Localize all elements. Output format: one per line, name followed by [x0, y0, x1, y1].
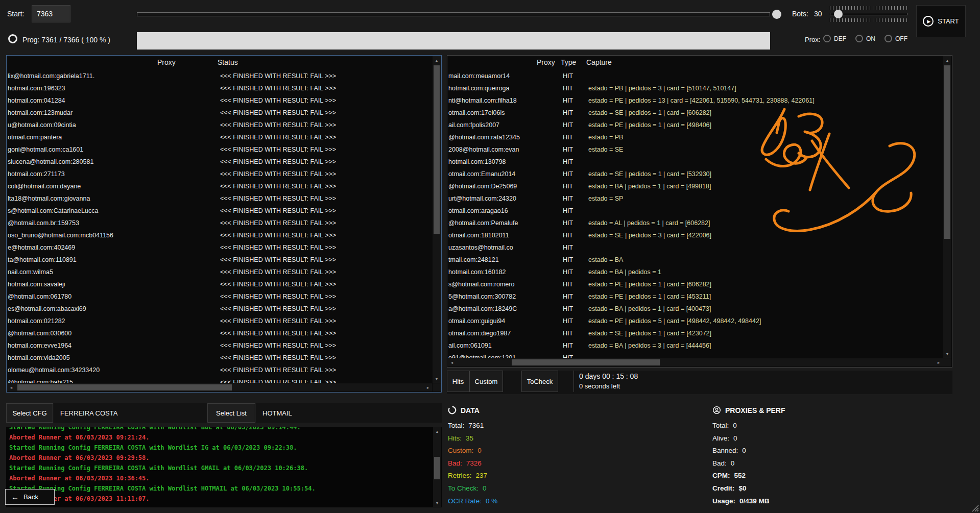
radio-icon[interactable] — [823, 35, 831, 42]
progress-slider-thumb[interactable] — [772, 10, 781, 19]
scrollbar-thumb[interactable] — [512, 359, 660, 365]
tab-custom[interactable]: Custom — [469, 371, 503, 392]
scroll-up-icon[interactable]: ▲ — [433, 427, 441, 435]
scroll-up-icon[interactable]: ▲ — [943, 56, 951, 64]
status-text: <<< FINISHED WITH RESULT: FAIL >>> — [220, 376, 432, 383]
scroll-down-icon[interactable]: ▼ — [433, 499, 441, 507]
resize-grip[interactable] — [971, 504, 979, 512]
scroll-right-icon[interactable]: ► — [424, 383, 432, 392]
hit-row[interactable]: o91@hotmail.com:1201 HIT — [448, 352, 943, 358]
fail-row[interactable]: nail.com:wilma5 <<< FINISHED WITH RESULT… — [8, 266, 432, 278]
fail-row[interactable]: es@hotmail.com:abacaxi69 <<< FINISHED WI… — [8, 303, 432, 315]
fail-row[interactable]: hotmail.com:021282 <<< FINISHED WITH RES… — [8, 315, 432, 327]
tab-tocheck[interactable]: ToCheck — [521, 371, 558, 392]
progress-radio-icon[interactable] — [8, 34, 17, 43]
hit-row[interactable]: nti@hotmail.com:filha18 HIT estado = PE … — [448, 94, 943, 107]
hit-row[interactable]: 5@hotmail.com:300782 HIT estado = PE | p… — [448, 290, 943, 303]
hit-row[interactable]: otmail.com:diego1987 HIT estado = SE | p… — [448, 327, 943, 339]
fail-row[interactable]: lix@hotmail.com:gabriela1711. <<< FINISH… — [8, 70, 432, 82]
bots-slider[interactable] — [830, 6, 907, 22]
fail-row[interactable]: @hotmail.com:061780 <<< FINISHED WITH RE… — [8, 290, 432, 303]
fail-row[interactable]: hotmail.com:196323 <<< FINISHED WITH RES… — [8, 82, 432, 94]
fail-row[interactable]: hotmail.com:041284 <<< FINISHED WITH RES… — [8, 94, 432, 107]
hit-row[interactable]: ail.com:fpolis2007 HIT estado = PE | ped… — [448, 119, 943, 131]
scrollbar-thumb[interactable] — [434, 65, 440, 234]
fail-row[interactable]: hotmail.com:vida2005 <<< FINISHED WITH R… — [8, 352, 432, 364]
hit-row[interactable]: otmail.com:guigui94 HIT estado = PE | pe… — [448, 315, 943, 327]
scrollbar-thumb[interactable] — [944, 65, 950, 239]
hit-list-vertical-scrollbar[interactable]: ▲ ▼ — [943, 56, 951, 358]
hit-row[interactable]: hotmail.com:160182 HIT estado = BA | ped… — [448, 266, 943, 278]
scroll-down-icon[interactable]: ▼ — [943, 350, 951, 358]
fail-row[interactable]: hotmail.com:savaleji <<< FINISHED WITH R… — [8, 278, 432, 290]
fail-row[interactable]: slucena@hotmail.com:280581 <<< FINISHED … — [8, 156, 432, 168]
hit-row[interactable]: hotmail.com:130798 HIT — [448, 156, 943, 168]
fail-row[interactable]: u@hotmail.com:09cintia <<< FINISHED WITH… — [8, 119, 432, 131]
start-button[interactable]: ▶ START — [916, 5, 966, 37]
stat-value: 0 % — [486, 495, 497, 508]
column-header-type[interactable]: Type — [561, 58, 576, 66]
hit-row[interactable]: @hotmail.com:Pemalufe HIT estado = AL | … — [448, 217, 943, 229]
hit-row[interactable]: otmail.com:aragao16 HIT — [448, 205, 943, 217]
fail-row[interactable]: otmail.com:pantera <<< FINISHED WITH RES… — [8, 131, 432, 143]
fail-row[interactable]: hotmail.com:evve1964 <<< FINISHED WITH R… — [8, 339, 432, 352]
fail-row[interactable]: goni@hotmail.com:ca1601 <<< FINISHED WIT… — [8, 143, 432, 156]
select-cfg-button[interactable]: Select CFG — [6, 403, 53, 423]
proxy-mode-off[interactable]: OFF — [885, 35, 907, 42]
scroll-down-icon[interactable]: ▼ — [433, 375, 441, 383]
start-input[interactable] — [32, 5, 70, 22]
scroll-up-icon[interactable]: ▲ — [433, 56, 441, 64]
column-header-proxy[interactable]: Proxy — [157, 58, 176, 66]
hit-row[interactable]: @hotmail.com:rafa12345 HIT estado = PB — [448, 131, 943, 143]
hit-row[interactable]: mail.com:meuamor14 HIT — [448, 70, 943, 82]
stat-value: 7361 — [468, 420, 484, 432]
fail-row[interactable]: oso_bruno@hotmail.com:mcb041156 <<< FINI… — [8, 229, 432, 241]
fail-row[interactable]: @hotmail.com.br:159753 <<< FINISHED WITH… — [8, 217, 432, 229]
log-vertical-scrollbar[interactable]: ▲ ▼ — [433, 427, 441, 507]
hit-row[interactable]: otmail.com:18102011 HIT estado = SE | pe… — [448, 229, 943, 241]
fail-list-vertical-scrollbar[interactable]: ▲ ▼ — [433, 56, 441, 383]
hit-row[interactable]: uzasantos@hotmail.co HIT — [448, 241, 943, 254]
hit-row[interactable]: tmail.com:248121 HIT estado = BA — [448, 254, 943, 266]
scroll-left-icon[interactable]: ◄ — [7, 383, 15, 392]
combo-text: s@hotmail.com:CatarinaeLucca — [8, 205, 220, 217]
fail-row[interactable]: hotmail.com:271173 <<< FINISHED WITH RES… — [8, 168, 432, 180]
back-button[interactable]: ← Back — [5, 489, 55, 505]
fail-list-horizontal-scrollbar[interactable]: ◄ ► — [7, 383, 432, 392]
hit-list-horizontal-scrollbar[interactable]: ◄ ► — [448, 358, 943, 367]
tab-hits[interactable]: Hits — [447, 371, 469, 392]
scroll-left-icon[interactable]: ◄ — [448, 358, 456, 367]
column-header-capture[interactable]: Capture — [586, 58, 612, 66]
fail-row[interactable]: ta@hotmail.com:110891 <<< FINISHED WITH … — [8, 254, 432, 266]
hit-row[interactable]: ail.com:061091 HIT estado = BA | pedidos… — [448, 339, 943, 352]
fail-row[interactable]: @hotmail.com:babi215 <<< FINISHED WITH R… — [8, 376, 432, 383]
hit-row[interactable]: otmail.com:Emanu2014 HIT estado = SE | p… — [448, 168, 943, 180]
hit-row[interactable]: s@hotmail.com:romero HIT estado = PE | p… — [448, 278, 943, 290]
radio-icon[interactable] — [855, 35, 863, 42]
radio-icon[interactable] — [885, 35, 892, 42]
stat-row: Bad: 0 — [712, 457, 785, 470]
fail-row[interactable]: olomeu@hotmail.com:34233420 <<< FINISHED… — [8, 364, 432, 376]
fail-row[interactable]: coli@hotmail.com:dayane <<< FINISHED WIT… — [8, 180, 432, 192]
fail-row[interactable]: @hotmail.com:030600 <<< FINISHED WITH RE… — [8, 327, 432, 339]
hit-row[interactable]: a@hotmail.com:18249C HIT estado = BA | p… — [448, 303, 943, 315]
progress-slider-track[interactable] — [137, 12, 770, 16]
hit-row[interactable]: @hotmail.com:De25069 HIT estado = BA | p… — [448, 180, 943, 192]
hit-row[interactable]: 2008@hotmail.com:evan HIT estado = SE — [448, 143, 943, 156]
scroll-right-icon[interactable]: ► — [935, 358, 943, 367]
hit-row[interactable]: hotmail.com:queiroga HIT estado = PB | p… — [448, 82, 943, 94]
hit-row[interactable]: otmail.com:17el06is HIT estado = SE | pe… — [448, 107, 943, 119]
hit-row[interactable]: urt@hotmail.com:24320 HIT estado = SP — [448, 192, 943, 205]
scrollbar-thumb[interactable] — [17, 384, 232, 390]
bots-slider-thumb[interactable] — [834, 10, 843, 18]
fail-row[interactable]: lta18@hotmail.com:giovanna <<< FINISHED … — [8, 192, 432, 205]
column-header-status[interactable]: Status — [218, 58, 238, 66]
proxy-mode-on[interactable]: ON — [855, 35, 875, 42]
fail-row[interactable]: s@hotmail.com:CatarinaeLucca <<< FINISHE… — [8, 205, 432, 217]
column-header-proxy[interactable]: Proxy — [537, 58, 555, 66]
fail-row[interactable]: hotmail.com:123mudar <<< FINISHED WITH R… — [8, 107, 432, 119]
proxy-mode-def[interactable]: DEF — [823, 35, 846, 42]
fail-row[interactable]: e@hotmail.com:402469 <<< FINISHED WITH R… — [8, 241, 432, 254]
scrollbar-thumb[interactable] — [434, 457, 440, 479]
select-list-button[interactable]: Select List — [207, 403, 255, 423]
